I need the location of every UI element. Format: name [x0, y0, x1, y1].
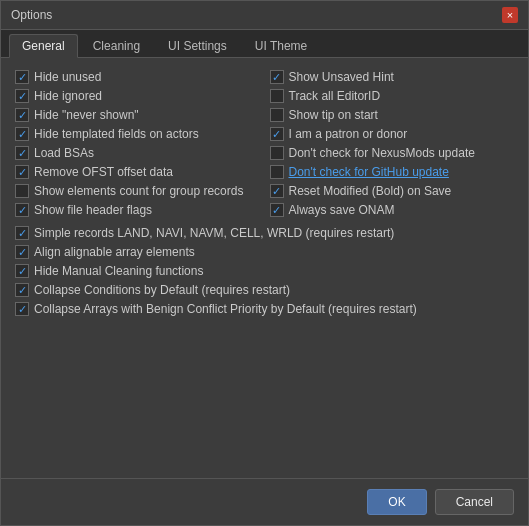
checkbox-right-7[interactable]	[270, 203, 284, 217]
left-column: Hide unusedHide ignoredHide "never shown…	[15, 70, 260, 222]
tab-cleaning[interactable]: Cleaning	[80, 34, 153, 57]
label-full-3: Collapse Conditions by Default (requires…	[34, 283, 290, 297]
checkbox-right-4[interactable]	[270, 146, 284, 160]
right-option-6: Reset Modified (Bold) on Save	[270, 184, 515, 198]
label-left-7: Show file header flags	[34, 203, 152, 217]
label-full-2: Hide Manual Cleaning functions	[34, 264, 203, 278]
checkbox-full-2[interactable]	[15, 264, 29, 278]
left-option-4: Load BSAs	[15, 146, 260, 160]
checkbox-full-0[interactable]	[15, 226, 29, 240]
right-option-1: Track all EditorID	[270, 89, 515, 103]
label-right-6: Reset Modified (Bold) on Save	[289, 184, 452, 198]
label-right-7: Always save ONAM	[289, 203, 395, 217]
right-option-5: Don't check for GitHub update	[270, 165, 515, 179]
label-full-1: Align alignable array elements	[34, 245, 195, 259]
label-left-4: Load BSAs	[34, 146, 94, 160]
checkbox-right-6[interactable]	[270, 184, 284, 198]
checkbox-right-3[interactable]	[270, 127, 284, 141]
checkbox-right-0[interactable]	[270, 70, 284, 84]
left-option-6: Show elements count for group records	[15, 184, 260, 198]
ok-button[interactable]: OK	[367, 489, 426, 515]
checkbox-right-1[interactable]	[270, 89, 284, 103]
label-right-0: Show Unsaved Hint	[289, 70, 394, 84]
full-option-2: Hide Manual Cleaning functions	[15, 264, 514, 278]
checkbox-full-3[interactable]	[15, 283, 29, 297]
label-full-0: Simple records LAND, NAVI, NAVM, CELL, W…	[34, 226, 394, 240]
full-option-3: Collapse Conditions by Default (requires…	[15, 283, 514, 297]
left-option-0: Hide unused	[15, 70, 260, 84]
checkbox-right-2[interactable]	[270, 108, 284, 122]
checkbox-left-0[interactable]	[15, 70, 29, 84]
checkbox-left-1[interactable]	[15, 89, 29, 103]
full-option-4: Collapse Arrays with Benign Conflict Pri…	[15, 302, 514, 316]
label-right-4: Don't check for NexusMods update	[289, 146, 475, 160]
tab-bar: GeneralCleaningUI SettingsUI Theme	[1, 30, 528, 58]
checkbox-full-4[interactable]	[15, 302, 29, 316]
checkbox-left-5[interactable]	[15, 165, 29, 179]
dialog-title: Options	[11, 8, 52, 22]
tab-ui-theme[interactable]: UI Theme	[242, 34, 320, 57]
left-option-5: Remove OFST offset data	[15, 165, 260, 179]
label-left-5: Remove OFST offset data	[34, 165, 173, 179]
label-left-3: Hide templated fields on actors	[34, 127, 199, 141]
right-option-2: Show tip on start	[270, 108, 515, 122]
checkbox-right-5[interactable]	[270, 165, 284, 179]
checkbox-left-4[interactable]	[15, 146, 29, 160]
two-column-section: Hide unusedHide ignoredHide "never shown…	[15, 70, 514, 222]
left-option-7: Show file header flags	[15, 203, 260, 217]
left-option-1: Hide ignored	[15, 89, 260, 103]
label-left-1: Hide ignored	[34, 89, 102, 103]
checkbox-full-1[interactable]	[15, 245, 29, 259]
checkbox-left-2[interactable]	[15, 108, 29, 122]
options-dialog: Options × GeneralCleaningUI SettingsUI T…	[0, 0, 529, 526]
full-option-1: Align alignable array elements	[15, 245, 514, 259]
label-left-0: Hide unused	[34, 70, 101, 84]
label-right-1: Track all EditorID	[289, 89, 381, 103]
right-option-3: I am a patron or donor	[270, 127, 515, 141]
right-option-4: Don't check for NexusMods update	[270, 146, 515, 160]
label-full-4: Collapse Arrays with Benign Conflict Pri…	[34, 302, 417, 316]
label-left-2: Hide "never shown"	[34, 108, 139, 122]
close-button[interactable]: ×	[502, 7, 518, 23]
footer: OK Cancel	[1, 478, 528, 525]
right-option-0: Show Unsaved Hint	[270, 70, 515, 84]
right-option-7: Always save ONAM	[270, 203, 515, 217]
title-bar: Options ×	[1, 1, 528, 30]
tab-general[interactable]: General	[9, 34, 78, 58]
full-option-0: Simple records LAND, NAVI, NAVM, CELL, W…	[15, 226, 514, 240]
checkbox-left-6[interactable]	[15, 184, 29, 198]
label-right-5: Don't check for GitHub update	[289, 165, 449, 179]
label-right-2: Show tip on start	[289, 108, 378, 122]
label-right-3: I am a patron or donor	[289, 127, 408, 141]
cancel-button[interactable]: Cancel	[435, 489, 514, 515]
checkbox-left-3[interactable]	[15, 127, 29, 141]
tab-ui-settings[interactable]: UI Settings	[155, 34, 240, 57]
right-column: Show Unsaved HintTrack all EditorIDShow …	[270, 70, 515, 222]
content-area: Hide unusedHide ignoredHide "never shown…	[1, 58, 528, 478]
checkbox-left-7[interactable]	[15, 203, 29, 217]
left-option-3: Hide templated fields on actors	[15, 127, 260, 141]
full-width-options: Simple records LAND, NAVI, NAVM, CELL, W…	[15, 226, 514, 321]
label-left-6: Show elements count for group records	[34, 184, 243, 198]
left-option-2: Hide "never shown"	[15, 108, 260, 122]
